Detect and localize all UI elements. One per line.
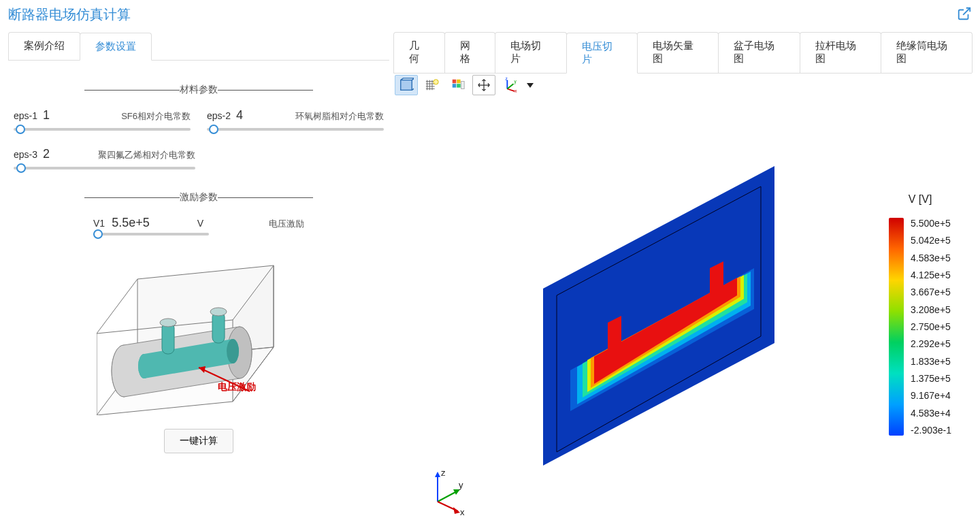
svg-marker-47	[453, 507, 460, 514]
param-v1-value: 5.5e+5	[112, 216, 150, 230]
svg-line-24	[507, 89, 514, 92]
legend-tick: 4.583e+4	[911, 408, 951, 419]
param-eps1: eps-1 1 SF6相对介电常数	[14, 108, 191, 140]
legend-tick: 4.583e+5	[911, 253, 951, 263]
svg-text:y: y	[514, 79, 517, 84]
svg-text:z: z	[441, 468, 446, 478]
svg-rect-13	[212, 312, 225, 343]
legend-title: V [V]	[889, 193, 951, 206]
slider-eps1[interactable]	[14, 128, 191, 131]
legend-tick: 1.375e+5	[911, 373, 951, 384]
tab-mesh[interactable]: 网格	[444, 32, 496, 73]
legend-ticks: 5.500e+55.042e+54.583e+54.125e+53.667e+5…	[911, 218, 951, 436]
left-tabs: 案例介绍 参数设置	[8, 32, 389, 61]
svg-line-4	[97, 279, 137, 334]
svg-marker-29	[527, 83, 534, 88]
svg-text:y: y	[459, 480, 463, 490]
tab-efield-vector[interactable]: 电场矢量图	[637, 32, 719, 73]
palette-icon[interactable]	[446, 75, 470, 95]
right-tabs: 几何 网格 电场切片 电压切片 电场矢量图 盆子电场图 拉杆电场图 绝缘筒电场图	[393, 32, 972, 74]
grid-light-icon[interactable]	[421, 75, 444, 95]
slider-eps2-thumb[interactable]	[209, 125, 218, 134]
svg-marker-38	[608, 316, 621, 363]
tab-rod-efield[interactable]: 拉杆电场图	[800, 32, 881, 73]
slider-eps1-thumb[interactable]	[16, 125, 25, 134]
svg-point-14	[210, 308, 227, 316]
svg-text:x: x	[514, 88, 517, 93]
param-eps2-desc: 环氧树脂相对介电常数	[295, 110, 384, 123]
legend-tick: 2.292e+5	[911, 338, 951, 349]
svg-rect-20	[453, 84, 457, 88]
legend-tick: 3.667e+5	[911, 287, 951, 297]
param-eps3-value: 2	[43, 147, 50, 161]
tab-basin-efield[interactable]: 盆子电场图	[718, 32, 800, 73]
move-icon[interactable]	[472, 75, 495, 95]
param-eps3-desc: 聚四氟乙烯相对介电常数	[98, 149, 195, 161]
param-eps2-label: eps-2	[207, 110, 231, 121]
tab-efield-slice[interactable]: 电场切片	[495, 32, 566, 73]
slider-v1[interactable]	[93, 233, 209, 235]
param-eps2-value: 4	[236, 108, 243, 123]
page-title: 断路器电场仿真计算	[8, 5, 131, 24]
axis-triad: z y x	[421, 468, 468, 517]
legend-tick: 3.208e+5	[911, 304, 951, 315]
param-v1-desc: 电压激励	[269, 218, 304, 230]
slider-eps3[interactable]	[14, 167, 195, 169]
svg-rect-22	[461, 82, 465, 89]
tab-geometry[interactable]: 几何	[393, 32, 445, 73]
param-eps3: eps-3 2 聚四氟乙烯相对介电常数	[14, 147, 195, 179]
param-eps2: eps-2 4 环氧树脂相对介电常数	[207, 108, 384, 140]
open-external-icon[interactable]	[957, 6, 972, 23]
param-eps1-desc: SF6相对介电常数	[121, 110, 191, 123]
tab-voltage-slice[interactable]: 电压切片	[566, 33, 638, 74]
svg-rect-19	[457, 80, 461, 84]
axes-icon[interactable]: zyx	[498, 75, 521, 95]
param-v1: V1 5.5e+5 V 电压激励	[93, 216, 304, 245]
section-excitation: ——————————激励参数——————————	[14, 191, 384, 204]
legend-tick: 9.167e+4	[911, 390, 951, 401]
section-material: ——————————材料参数——————————	[14, 84, 384, 96]
svg-line-0	[963, 8, 970, 15]
legend-tick: 2.750e+5	[911, 321, 951, 332]
model-annotation: 电压激励	[218, 381, 256, 393]
visualization-canvas[interactable]: z y x V [V] 5.500e+55.042e+54.583e+54.12…	[393, 98, 972, 520]
model-diagram: 电压激励	[14, 252, 384, 415]
legend-tick: 4.125e+5	[911, 270, 951, 280]
color-legend: V [V] 5.500e+55.042e+54.583e+54.125e+53.…	[889, 193, 951, 436]
svg-point-10	[227, 339, 239, 363]
svg-point-12	[160, 319, 176, 327]
legend-tick: -2.903e-1	[911, 425, 951, 436]
tab-case-intro[interactable]: 案例介绍	[8, 32, 80, 60]
svg-text:z: z	[506, 78, 508, 81]
view-cube-icon[interactable]	[395, 75, 418, 95]
tab-param-settings[interactable]: 参数设置	[80, 33, 152, 61]
svg-rect-18	[453, 80, 457, 84]
svg-point-17	[434, 80, 438, 84]
legend-tick: 5.500e+5	[911, 218, 951, 229]
legend-tick: 5.042e+5	[911, 235, 951, 246]
legend-tick: 1.833e+5	[911, 356, 951, 367]
param-eps3-label: eps-3	[14, 149, 37, 160]
slider-eps3-thumb[interactable]	[16, 163, 26, 173]
slider-v1-thumb[interactable]	[93, 229, 103, 239]
tab-insulator-efield[interactable]: 绝缘筒电场图	[881, 32, 973, 73]
param-v1-label: V1	[93, 218, 105, 229]
param-v1-unit: V	[197, 218, 203, 229]
legend-colorbar	[889, 218, 904, 436]
dropdown-icon[interactable]	[524, 75, 536, 95]
compute-button[interactable]: 一键计算	[164, 429, 233, 453]
svg-line-25	[507, 84, 513, 88]
svg-text:x: x	[460, 507, 465, 515]
param-eps1-value: 1	[43, 108, 50, 123]
viz-toolbar: zyx	[393, 74, 972, 98]
svg-rect-21	[457, 84, 461, 88]
svg-marker-41	[435, 472, 440, 477]
slider-eps2[interactable]	[207, 128, 384, 131]
param-eps1-label: eps-1	[14, 110, 37, 121]
svg-rect-11	[162, 323, 174, 354]
